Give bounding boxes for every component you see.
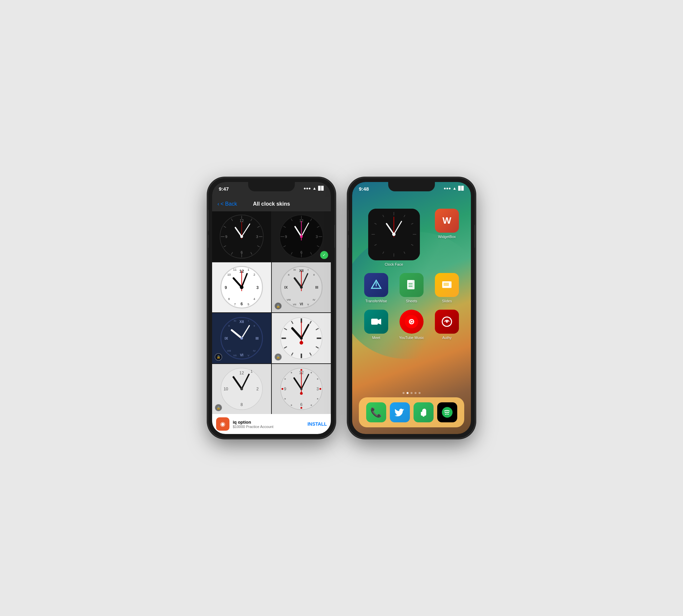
back-chevron-icon: ‹ <box>217 201 219 207</box>
app-widgetbox-icon[interactable]: W <box>435 209 459 233</box>
svg-text:10: 10 <box>227 273 231 276</box>
app-transferwise-container[interactable]: TransferWise <box>360 273 392 303</box>
svg-text:III: III <box>255 336 258 340</box>
clock-6-svg <box>275 316 328 361</box>
lock-badge-4: 🔒 <box>275 302 282 310</box>
app-youtube-music-icon[interactable] <box>400 310 424 334</box>
lock-badge-7: 🔒 <box>215 404 222 411</box>
clock-cell-8[interactable]: 12 3 6 9 <box>272 364 331 414</box>
app-header: ‹ < Back All clock skins <box>212 197 331 211</box>
clock-cell-5[interactable]: XII III VI IX II I XI X VIII VII V IV <box>212 313 271 363</box>
time-display-2: 9:48 <box>359 186 369 192</box>
svg-text:X: X <box>228 324 230 327</box>
clock-4-svg: XII III VI IX II I XI X VIII VII V IV <box>275 265 328 310</box>
signal-icon-1: ●●● <box>303 186 311 191</box>
dock-evernote-container[interactable] <box>413 402 433 422</box>
app-widgetbox-container[interactable]: W WidgetBox <box>431 209 463 266</box>
battery-icon-1: ▊▊ <box>318 186 324 191</box>
svg-text:3: 3 <box>316 234 318 238</box>
app-sheets-label: Sheets <box>406 299 417 303</box>
app-authy-container[interactable]: Authy <box>431 310 463 340</box>
svg-text:II: II <box>253 324 255 327</box>
clock-cell-3[interactable]: 12 3 6 9 2 1 11 10 8 7 5 4 <box>212 262 271 313</box>
status-icons-2: ●●● ▲ ▊▊ <box>444 186 464 191</box>
signal-icon-2: ●●● <box>444 186 451 191</box>
app-transferwise-label: TransferWise <box>365 299 387 303</box>
svg-text:6: 6 <box>240 250 242 254</box>
dock-phone-icon[interactable]: 📞 <box>366 402 386 422</box>
wifi-icon-1: ▲ <box>313 186 317 191</box>
clock-cell-4[interactable]: XII III VI IX II I XI X VIII VII V IV <box>272 262 331 313</box>
app-sheets-icon[interactable] <box>400 273 424 297</box>
app-sheets-container[interactable]: Sheets <box>396 273 428 303</box>
svg-point-121 <box>300 407 302 409</box>
svg-text:IV: IV <box>313 298 316 301</box>
dock-twitter-container[interactable] <box>390 402 410 422</box>
clock-face-widget[interactable] <box>368 209 420 260</box>
dock-twitter-icon[interactable] <box>390 402 410 422</box>
svg-text:11: 11 <box>233 268 237 271</box>
phone-2-screen: 9:48 ●●● ▲ ▊▊ <box>352 182 471 434</box>
svg-text:1: 1 <box>251 369 253 373</box>
app-youtube-music-container[interactable]: YouTube Music <box>396 310 428 340</box>
svg-text:II: II <box>313 273 315 276</box>
svg-text:12: 12 <box>239 371 244 375</box>
svg-text:VII: VII <box>293 303 296 306</box>
svg-point-58 <box>240 285 243 289</box>
lock-badge-6: 🔒 <box>275 353 282 361</box>
notch-2 <box>388 182 435 191</box>
svg-text:7: 7 <box>234 302 236 306</box>
app-slides-container[interactable]: Slides <box>431 273 463 303</box>
svg-text:IV: IV <box>253 349 256 352</box>
app-slides-icon[interactable] <box>435 273 459 297</box>
clock-cell-7[interactable]: 12 2 1 10 8 🔒 <box>212 364 271 414</box>
svg-text:1: 1 <box>248 268 249 271</box>
clock-face-label: Clock Face <box>385 262 403 266</box>
dock-spotify-icon[interactable] <box>437 402 457 422</box>
svg-point-129 <box>284 398 286 400</box>
app-transferwise-icon[interactable] <box>364 273 388 297</box>
spotify-logo-icon <box>441 406 453 418</box>
youtube-music-icon-svg <box>405 315 418 328</box>
app-authy-icon[interactable] <box>435 310 459 334</box>
dot-3 <box>410 392 412 394</box>
svg-point-118 <box>240 388 243 390</box>
app-slides-label: Slides <box>442 299 452 303</box>
authy-icon-svg <box>441 315 453 328</box>
ad-title: iq option <box>233 420 304 425</box>
clock-3-svg: 12 3 6 9 2 1 11 10 8 7 5 4 <box>215 265 268 310</box>
ad-subtitle: $10000 Practice Account <box>233 425 304 429</box>
volume-up-button <box>208 218 209 231</box>
svg-marker-169 <box>378 319 381 325</box>
widgetbox-w-icon: W <box>443 215 451 226</box>
svg-point-122 <box>281 388 283 390</box>
ad-icon: ◉ <box>216 417 230 431</box>
clock-1-svg: 12 3 6 9 <box>215 214 268 259</box>
svg-text:IX: IX <box>284 285 288 289</box>
back-button[interactable]: ‹ < Back <box>217 201 237 207</box>
app-youtube-music-label: YouTube Music <box>399 336 424 340</box>
svg-text:XI: XI <box>293 268 296 271</box>
dot-1 <box>403 392 405 394</box>
svg-text:9: 9 <box>285 234 287 238</box>
svg-point-91 <box>240 337 243 339</box>
ad-install-button[interactable]: INSTALL <box>307 421 327 427</box>
clock-cell-6[interactable]: 🔒 <box>272 313 331 363</box>
app-meet-icon[interactable] <box>364 310 388 334</box>
volume-up-button-2 <box>348 218 348 231</box>
svg-point-123 <box>319 388 321 390</box>
svg-text:XII: XII <box>239 319 244 323</box>
clock-cell-2[interactable]: 12 3 6 9 ✓ <box>272 211 331 262</box>
svg-text:9: 9 <box>284 387 286 391</box>
dock-spotify-container[interactable] <box>437 402 457 422</box>
dot-5 <box>419 392 421 394</box>
svg-point-20 <box>240 235 243 238</box>
clock-face-widget-container[interactable]: Clock Face <box>360 209 428 266</box>
app-meet-container[interactable]: Meet <box>360 310 392 340</box>
dock-phone-container[interactable]: 📞 <box>366 402 386 422</box>
clock-cell-1[interactable]: 12 3 6 9 <box>212 211 271 262</box>
dock-evernote-icon[interactable] <box>413 402 433 422</box>
svg-rect-167 <box>444 283 449 286</box>
svg-text:10: 10 <box>223 387 228 391</box>
svg-text:VIII: VIII <box>227 349 231 352</box>
